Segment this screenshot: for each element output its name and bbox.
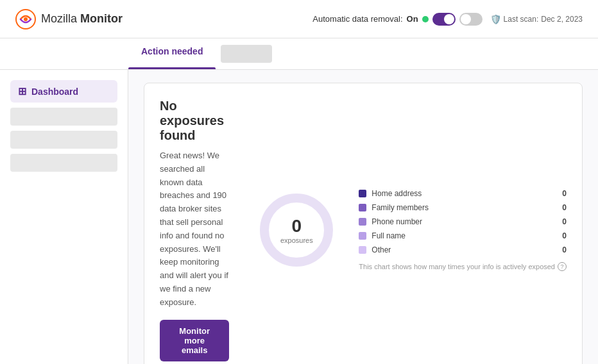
sidebar-placeholder-1 [10,108,117,126]
legend-dot [359,218,366,226]
nav-tabs: Action needed [0,38,598,70]
donut-chart-wrapper: 0 exposures [255,188,338,272]
summary-card: No exposures found Great news! We search… [144,83,583,364]
sidebar: ⊞ Dashboard [0,70,128,364]
legend-item: Full name 0 [359,231,567,240]
legend-item: Home address 0 [359,189,567,198]
chart-legend-section: Home address 0 Family members 0 Phone nu… [359,189,567,271]
chart-section: 0 exposures Home address 0 Family member… [255,188,567,272]
sidebar-placeholder-2 [10,131,117,149]
donut-center: 0 exposures [280,216,313,244]
summary-title: No exposures found [160,99,229,143]
tab-action-needed[interactable]: Action needed [128,38,216,69]
monitor-more-emails-button[interactable]: Monitor more emails [160,320,229,361]
legend-value: 0 [562,245,567,254]
last-scan: 🛡️ Last scan: Dec 2, 2023 [490,14,583,24]
layout: ⊞ Dashboard No exposures found Great new… [0,70,598,364]
sidebar-dashboard-label: Dashboard [31,87,78,97]
legend-name: Phone number [372,217,557,226]
legend-dot [359,190,366,197]
legend-item: Other 0 [359,245,567,254]
legend-dot [359,204,366,211]
toggle-thumb [444,14,454,24]
tab-placeholder [221,45,272,63]
legend-item: Family members 0 [359,203,567,212]
legend-name: Family members [372,203,557,212]
sidebar-item-dashboard[interactable]: ⊞ Dashboard [10,80,117,103]
legend-name: Home address [372,189,557,198]
summary-text-section: No exposures found Great news! We search… [160,99,229,361]
legend-name: Other [372,245,557,254]
auto-removal-toggle[interactable] [432,13,456,26]
legend-dot [359,232,366,240]
logo-text: Mozilla Monitor [41,12,123,26]
chart-footnote: This chart shows how many times your inf… [359,262,567,271]
footnote-info-icon: ? [558,262,567,271]
status-green-dot [422,16,429,22]
mozilla-monitor-logo-icon [15,9,36,29]
chart-legend: Home address 0 Family members 0 Phone nu… [359,189,567,254]
svg-point-1 [24,17,28,21]
legend-dot [359,246,366,254]
donut-number: 0 [280,216,313,236]
legend-value: 0 [562,189,567,198]
main-content: No exposures found Great news! We search… [128,70,598,364]
donut-label: exposures [280,236,313,244]
dashboard-icon: ⊞ [18,85,26,97]
secondary-toggle[interactable] [459,13,483,26]
legend-item: Phone number 0 [359,217,567,226]
donut-chart: 0 exposures [255,188,338,272]
legend-name: Full name [372,231,557,240]
shield-scan-icon: 🛡️ [490,14,501,24]
legend-value: 0 [562,203,567,212]
logo: Mozilla Monitor [15,9,123,29]
auto-removal-status: Automatic data removal: On [312,13,482,26]
sidebar-placeholder-3 [10,154,117,172]
summary-description: Great news! We searched all known data b… [160,149,229,310]
legend-value: 0 [562,217,567,226]
secondary-toggle-thumb [461,14,471,24]
header: Mozilla Monitor Automatic data removal: … [0,0,598,38]
legend-value: 0 [562,231,567,240]
header-right: Automatic data removal: On 🛡️ Last scan:… [312,13,583,26]
